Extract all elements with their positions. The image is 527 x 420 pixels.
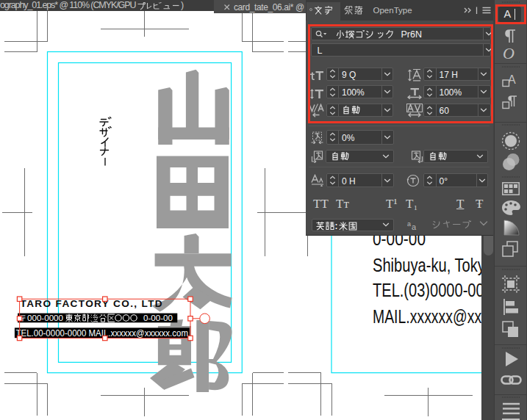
svg-text:TARO FACTORY CO., LTD: TARO FACTORY CO., LTD <box>21 298 164 309</box>
svg-text:0-00-00: 0-00-00 <box>143 313 173 322</box>
svg-text:000-0000: 000-0000 <box>27 313 63 322</box>
svg-text:Shibuya-ku, Tokyo: Shibuya-ku, Tokyo <box>373 255 493 275</box>
svg-text:TEL.00-0000-0000 MAIL.xxxxxx@x: TEL.00-0000-0000 MAIL.xxxxxx@xxxxxx.com <box>16 328 189 338</box>
svg-text:a: a <box>412 222 417 231</box>
svg-text:a: a <box>407 220 411 228</box>
